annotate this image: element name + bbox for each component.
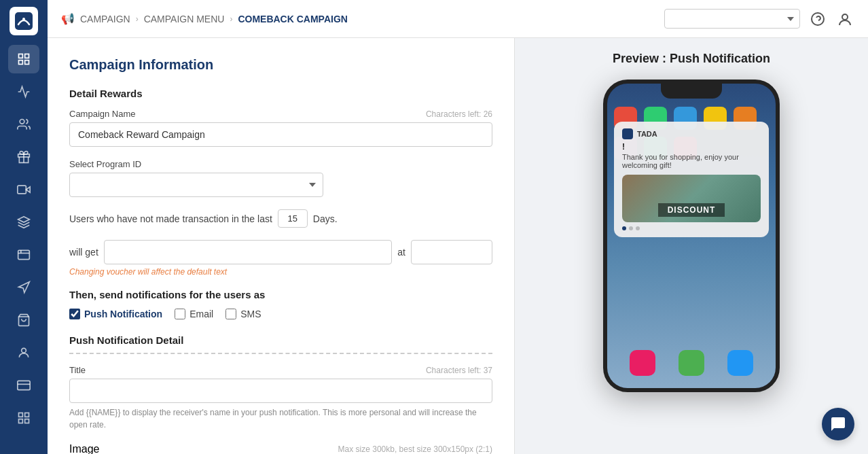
email-checkbox[interactable]: Email [175,309,213,319]
notification-checkboxes: Push Notification Email SMS [69,309,492,319]
detail-rewards-title: Detail Rewards [69,88,492,99]
sidebar-item-campaign[interactable] [8,273,39,302]
push-notification-detail-title: Push Notification Detail [69,334,492,354]
sidebar-item-gift[interactable] [8,143,39,171]
image-max-size: Max size 300kb, best size 300x150px (2:1… [338,444,492,454]
help-icon[interactable] [808,10,827,29]
sms-checkbox[interactable]: SMS [225,309,261,319]
push-app-name: TADA [637,130,657,138]
will-get-label: will get [69,247,98,258]
preview-title: Preview : Push Notification [613,52,770,66]
push-notification-card: TADA ! Thank you for shopping, enjoy you… [614,122,769,237]
push-discount-badge: DISCOUNT [658,203,725,217]
push-card-title: ! [622,142,761,152]
dock-icon-2 [679,350,704,376]
sms-checkbox-input[interactable] [225,309,236,319]
will-get-input[interactable] [104,240,393,264]
topnav: 📢 CAMPAIGN › CAMPAIGN MENU › COMEBACK CA… [48,0,868,38]
sidebar-item-users[interactable] [8,110,39,139]
campaign-name-group: Campaign Name Characters left: 26 [69,109,492,147]
sidebar [0,0,48,454]
breadcrumb-campaign[interactable]: CAMPAIGN [80,14,130,24]
phone-screen: TADA ! Thank you for shopping, enjoy you… [607,84,776,388]
breadcrumb-campaign-menu[interactable]: CAMPAIGN MENU [144,14,225,24]
megaphone-icon: 📢 [61,12,75,25]
title-input[interactable] [69,379,492,403]
push-card-image: DISCOUNT [622,175,761,222]
topnav-right [664,9,854,29]
svg-rect-18 [19,413,23,417]
content-area: Campaign Information Detail Rewards Camp… [48,38,868,454]
svg-point-1 [22,18,25,20]
email-label: Email [189,309,213,319]
transaction-row: Users who have not made transaction in t… [69,209,492,228]
topnav-select[interactable] [664,9,800,29]
program-id-label: Select Program ID [69,159,141,169]
helper-text: Changing voucher will affect the default… [69,267,492,277]
program-id-label-row: Select Program ID [69,159,492,169]
svg-rect-4 [19,60,23,65]
phone-mockup: TADA ! Thank you for shopping, enjoy you… [603,80,780,392]
program-id-group: Select Program ID [69,159,492,197]
main-area: 📢 CAMPAIGN › CAMPAIGN MENU › COMEBACK CA… [48,0,868,454]
svg-rect-19 [25,413,29,417]
breadcrumb-sep-1: › [136,14,139,24]
campaign-name-chars: Characters left: 26 [426,109,492,119]
push-card-body: Thank you for shopping, enjoy your welco… [622,153,761,169]
title-group: Title Characters left: 37 Add {{NAME}} t… [69,365,492,431]
campaign-name-input[interactable] [69,122,492,147]
sidebar-item-dashboard[interactable] [8,45,39,73]
page-title: Campaign Information [69,57,492,73]
push-notification-checkbox[interactable]: Push Notification [69,309,162,319]
title-label: Title [69,365,86,375]
will-get-row: will get at [69,240,492,264]
days-input[interactable] [278,209,308,228]
svg-rect-11 [18,250,30,259]
push-dot-2 [629,226,633,230]
title-chars: Characters left: 37 [426,366,492,375]
svg-rect-9 [18,186,26,194]
chat-bubble[interactable] [822,408,854,440]
image-group: Image Max size 300kb, best size 300x150p… [69,443,492,454]
preview-panel: Preview : Push Notification [515,38,868,454]
push-notification-checkbox-input[interactable] [69,309,80,319]
at-input[interactable] [411,240,492,264]
push-image-overlay: DISCOUNT [622,175,761,222]
svg-rect-5 [25,60,29,65]
sidebar-item-card[interactable] [8,371,39,400]
sidebar-item-chart[interactable] [8,77,39,106]
user-icon[interactable] [835,10,854,29]
transaction-prefix: Users who have not made transaction in t… [69,213,272,224]
sidebar-item-shop[interactable] [8,306,39,334]
image-label-row: Image Max size 300kb, best size 300x150p… [69,443,492,454]
program-id-select[interactable] [69,173,323,197]
sidebar-item-layers[interactable] [8,208,39,237]
notification-title: Then, send notifications for the users a… [69,289,492,300]
svg-marker-10 [18,217,30,222]
push-dot-1 [622,226,626,230]
sidebar-item-person[interactable] [8,338,39,367]
email-checkbox-input[interactable] [175,309,185,319]
push-dot-3 [636,226,640,230]
form-panel: Campaign Information Detail Rewards Camp… [48,38,515,454]
phone-notch [661,84,722,99]
push-dots [622,226,761,230]
svg-rect-21 [25,419,29,423]
svg-rect-20 [19,419,23,423]
svg-point-15 [22,348,26,353]
svg-rect-3 [25,54,29,58]
sidebar-item-media[interactable] [8,175,39,204]
breadcrumb-sep-2: › [230,14,232,24]
push-notification-label: Push Notification [84,309,162,319]
at-label: at [397,247,405,258]
breadcrumb-comeback[interactable]: COMEBACK CAMPAIGN [238,14,348,24]
sidebar-item-members[interactable] [8,241,39,269]
svg-point-6 [20,120,24,124]
sms-label: SMS [240,309,261,319]
title-label-row: Title Characters left: 37 [69,365,492,375]
campaign-name-label-row: Campaign Name Characters left: 26 [69,109,492,119]
svg-rect-16 [18,381,30,389]
app-logo[interactable] [10,7,38,35]
sidebar-item-grid[interactable] [8,404,39,432]
dock-icon-1 [630,350,655,376]
